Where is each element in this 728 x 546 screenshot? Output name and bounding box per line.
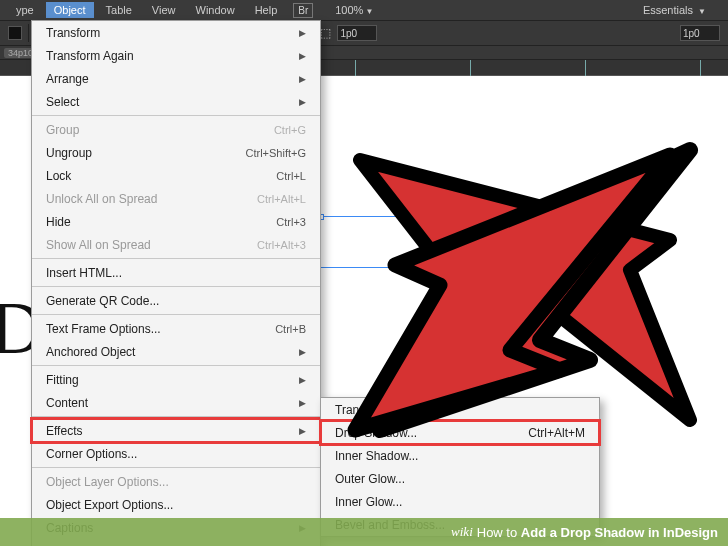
submenu-arrow-icon: ▶	[299, 28, 306, 38]
submenu-arrow-icon: ▶	[299, 51, 306, 61]
chevron-down-icon: ▼	[365, 7, 373, 16]
wiki-logo: wiki	[451, 524, 473, 540]
inset-input[interactable]	[680, 25, 720, 41]
menu-fitting[interactable]: Fitting▶	[32, 368, 320, 391]
menu-effects[interactable]: Effects▶	[32, 419, 320, 442]
menu-help[interactable]: Help	[247, 2, 286, 18]
zoom-level[interactable]: 100%▼	[335, 4, 373, 16]
menu-hide[interactable]: HideCtrl+3	[32, 210, 320, 233]
menu-insert-html[interactable]: Insert HTML...	[32, 261, 320, 284]
selection-frame[interactable]	[320, 216, 558, 268]
menu-table[interactable]: Table	[98, 2, 140, 18]
menu-qr-code[interactable]: Generate QR Code...	[32, 289, 320, 312]
handle-icon[interactable]	[436, 214, 442, 220]
submenu-arrow-icon: ▶	[299, 74, 306, 84]
effects-submenu: Transparency... Drop Shadow...Ctrl+Alt+M…	[320, 397, 600, 537]
handle-icon[interactable]	[554, 239, 560, 245]
menu-lock[interactable]: LockCtrl+L	[32, 164, 320, 187]
menu-anchored-object[interactable]: Anchored Object▶	[32, 340, 320, 363]
submenu-inner-glow[interactable]: Inner Glow...	[321, 490, 599, 513]
menu-transform-again[interactable]: Transform Again▶	[32, 44, 320, 67]
menu-view[interactable]: View	[144, 2, 184, 18]
object-menu: Transform▶ Transform Again▶ Arrange▶ Sel…	[31, 20, 321, 546]
menu-unlock-all: Unlock All on SpreadCtrl+Alt+L	[32, 187, 320, 210]
workspace-switcher[interactable]: Essentials ▼	[643, 4, 706, 16]
menu-transform[interactable]: Transform▶	[32, 21, 320, 44]
menu-show-all: Show All on SpreadCtrl+Alt+3	[32, 233, 320, 256]
menu-object-layer-options: Object Layer Options...	[32, 470, 320, 493]
menu-text-frame-options[interactable]: Text Frame Options...Ctrl+B	[32, 317, 320, 340]
submenu-arrow-icon: ▶	[299, 398, 306, 408]
menu-content[interactable]: Content▶	[32, 391, 320, 414]
menubar: ype Object Table View Window Help Br 100…	[0, 0, 728, 20]
inset-icon: ⬚	[320, 26, 331, 40]
menu-select[interactable]: Select▶	[32, 90, 320, 113]
menu-type[interactable]: ype	[8, 2, 42, 18]
inset-input[interactable]	[337, 25, 377, 41]
submenu-outer-glow[interactable]: Outer Glow...	[321, 467, 599, 490]
submenu-arrow-icon: ▶	[299, 347, 306, 357]
menu-object-export-options[interactable]: Object Export Options...	[32, 493, 320, 516]
tutorial-banner: wiki How to Add a Drop Shadow in InDesig…	[0, 518, 728, 546]
menu-window[interactable]: Window	[188, 2, 243, 18]
submenu-arrow-icon: ▶	[299, 426, 306, 436]
menu-object[interactable]: Object	[46, 2, 94, 18]
menu-arrange[interactable]: Arrange▶	[32, 67, 320, 90]
submenu-drop-shadow[interactable]: Drop Shadow...Ctrl+Alt+M	[321, 421, 599, 444]
menu-corner-options[interactable]: Corner Options...	[32, 442, 320, 465]
submenu-arrow-icon: ▶	[299, 375, 306, 385]
submenu-transparency[interactable]: Transparency...	[321, 398, 599, 421]
handle-icon[interactable]	[554, 214, 560, 220]
menu-group: GroupCtrl+G	[32, 118, 320, 141]
banner-text: How to Add a Drop Shadow in InDesign	[477, 525, 718, 540]
submenu-arrow-icon: ▶	[299, 97, 306, 107]
menu-ungroup[interactable]: UngroupCtrl+Shift+G	[32, 141, 320, 164]
fill-swatch[interactable]	[8, 26, 22, 40]
submenu-inner-shadow[interactable]: Inner Shadow...	[321, 444, 599, 467]
bridge-badge[interactable]: Br	[293, 3, 313, 18]
chevron-down-icon: ▼	[698, 7, 706, 16]
